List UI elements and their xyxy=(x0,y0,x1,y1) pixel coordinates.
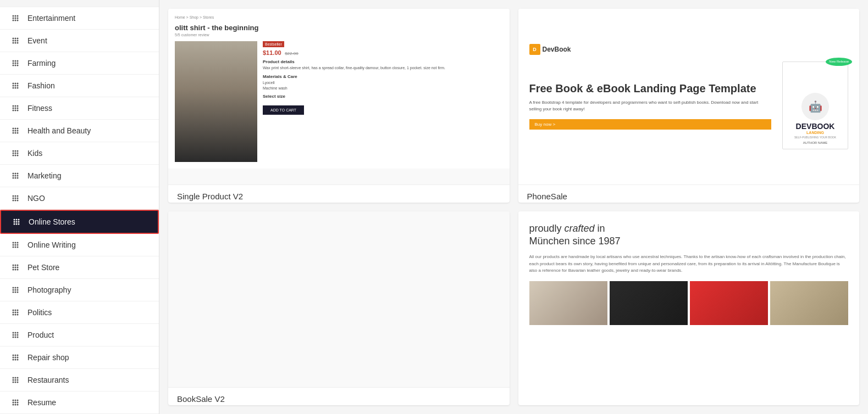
ps-content: Free Book & eBook Landing Page Template … xyxy=(529,61,849,149)
spv2-old-price: $22.00 xyxy=(285,51,298,56)
svg-point-22 xyxy=(15,40,16,42)
card-phonesale[interactable]: D DevBook Free Book & eBook Landing Page… xyxy=(518,9,860,203)
svg-point-21 xyxy=(13,40,14,42)
ps-book-subtitle: LANDING xyxy=(806,131,824,135)
svg-point-42 xyxy=(13,87,14,89)
svg-point-19 xyxy=(15,38,16,40)
main-content: Home > Shop > Stores olitt shirt - the b… xyxy=(159,0,868,414)
sidebar-label-restaurants: Restaurants xyxy=(27,376,69,384)
svg-point-160 xyxy=(15,382,16,383)
svg-point-80 xyxy=(17,177,19,179)
sidebar-item-kids[interactable]: Kids xyxy=(0,142,159,165)
ps-cta-button[interactable]: Buy now > xyxy=(529,119,772,130)
sidebar-item-health-and-beauty[interactable]: Health and Beauty xyxy=(0,120,159,142)
svg-point-134 xyxy=(17,314,19,316)
svg-point-144 xyxy=(13,355,14,356)
svg-point-61 xyxy=(15,132,16,134)
svg-point-100 xyxy=(15,242,16,244)
svg-point-32 xyxy=(17,63,19,64)
sidebar-item-politics[interactable]: Politics xyxy=(0,301,159,324)
sidebar-label-ngo: NGO xyxy=(27,194,45,203)
ps-text-block: Free Book & eBook Landing Page Template … xyxy=(529,82,772,130)
sidebar-item-online-writing[interactable]: Online Writing xyxy=(0,234,159,256)
card-single-product-v2[interactable]: Home > Shop > Stores olitt shirt - the b… xyxy=(168,9,510,203)
svg-point-147 xyxy=(13,357,14,359)
spv2-title: olitt shirt - the beginning xyxy=(175,24,503,32)
munich-image-grid xyxy=(529,281,849,325)
spv2-bestseller: Bestseller xyxy=(263,41,284,47)
sidebar-item-fitness[interactable]: Fitness xyxy=(0,97,159,120)
svg-point-40 xyxy=(15,85,16,87)
svg-point-48 xyxy=(13,108,14,109)
svg-point-106 xyxy=(15,247,16,248)
sidebar-icon-farming xyxy=(10,58,21,69)
svg-point-9 xyxy=(13,15,14,17)
svg-point-149 xyxy=(17,357,19,359)
spv2-description: Wax print short-sleeve shirt, has a spre… xyxy=(263,65,503,71)
sidebar-item-restaurants[interactable]: Restaurants xyxy=(0,369,159,391)
svg-point-93 xyxy=(14,221,15,223)
sidebar-item-entertainment[interactable]: Entertainment xyxy=(0,7,159,30)
spv2-reviews: 5/5 customer review xyxy=(175,33,503,37)
sidebar-item-resume[interactable]: Resume xyxy=(0,391,159,414)
svg-point-74 xyxy=(17,173,19,175)
svg-point-35 xyxy=(17,65,19,66)
sidebar-item-marketing[interactable]: Marketing xyxy=(0,165,159,187)
svg-point-139 xyxy=(15,334,16,336)
card-preview-phonesale: D DevBook Free Book & eBook Landing Page… xyxy=(518,9,860,184)
sidebar-item-product[interactable]: Product xyxy=(0,324,159,346)
card-preview-munich: proudly crafted inMünchen since 1987 All… xyxy=(518,211,860,387)
svg-point-104 xyxy=(17,244,19,246)
spv2-add-to-cart-button[interactable]: ADD TO CART xyxy=(263,105,304,115)
sidebar-item-online-stores[interactable]: Online Stores xyxy=(0,210,159,234)
svg-point-123 xyxy=(13,292,14,293)
svg-point-76 xyxy=(15,175,16,177)
svg-point-73 xyxy=(15,173,16,175)
sidebar-item-ngo[interactable]: NGO xyxy=(0,187,159,210)
svg-point-137 xyxy=(17,332,19,334)
sidebar-item-event[interactable]: Event xyxy=(0,30,159,52)
sidebar-icon-photography xyxy=(10,284,21,295)
ps-book-cover: New Release 🤖 DEVBOOK LANDING SELF-PUBLI… xyxy=(782,61,848,149)
sidebar-item-fashion[interactable]: Fashion xyxy=(0,75,159,97)
sidebar-item-photography[interactable]: Photography xyxy=(0,279,159,301)
svg-point-18 xyxy=(13,38,14,40)
svg-point-46 xyxy=(15,105,16,107)
sidebar-icon-politics xyxy=(10,307,21,318)
spv2-details: Bestseller $11.00 $22.00 Product details… xyxy=(263,41,503,162)
svg-point-57 xyxy=(13,130,14,132)
svg-point-116 xyxy=(17,269,19,271)
sidebar-label-kids: Kids xyxy=(27,149,42,158)
spv2-price: $11.00 xyxy=(263,49,281,56)
ps-subtitle: A free Bootstrap 4 template for develope… xyxy=(529,99,772,113)
svg-point-34 xyxy=(15,65,16,66)
card-label-single-product: Single Product V2 xyxy=(168,184,510,203)
svg-point-135 xyxy=(13,332,14,334)
svg-point-95 xyxy=(18,221,20,223)
sidebar-label-fashion: Fashion xyxy=(27,81,55,90)
svg-point-58 xyxy=(15,130,16,132)
card-munich-store[interactable]: proudly crafted inMünchen since 1987 All… xyxy=(518,211,860,405)
sidebar-label-marketing: Marketing xyxy=(27,171,61,180)
svg-point-68 xyxy=(17,153,19,154)
svg-point-121 xyxy=(15,289,16,291)
sidebar-item-education[interactable]: Education xyxy=(0,0,159,7)
svg-point-133 xyxy=(15,314,16,316)
sidebar-icon-repair-shop xyxy=(10,352,21,363)
sidebar-item-farming[interactable]: Farming xyxy=(0,52,159,75)
svg-point-85 xyxy=(15,198,16,199)
svg-point-152 xyxy=(17,359,19,361)
svg-point-130 xyxy=(15,312,16,314)
card-label-booksale: BookSale V2 xyxy=(168,387,510,405)
sidebar-icon-event xyxy=(10,35,21,46)
card-booksale-v2[interactable]: BookSale V2 xyxy=(168,211,510,405)
svg-point-20 xyxy=(17,38,19,40)
svg-point-131 xyxy=(17,312,19,314)
svg-point-86 xyxy=(17,198,19,199)
ps-book-decoration: 🤖 xyxy=(801,93,829,120)
sidebar-item-pet-store[interactable]: Pet Store xyxy=(0,256,159,279)
svg-point-52 xyxy=(15,110,16,111)
sidebar-item-repair-shop[interactable]: Repair shop xyxy=(0,346,159,369)
sidebar-icon-entertainment xyxy=(10,13,21,24)
svg-point-109 xyxy=(15,265,16,266)
